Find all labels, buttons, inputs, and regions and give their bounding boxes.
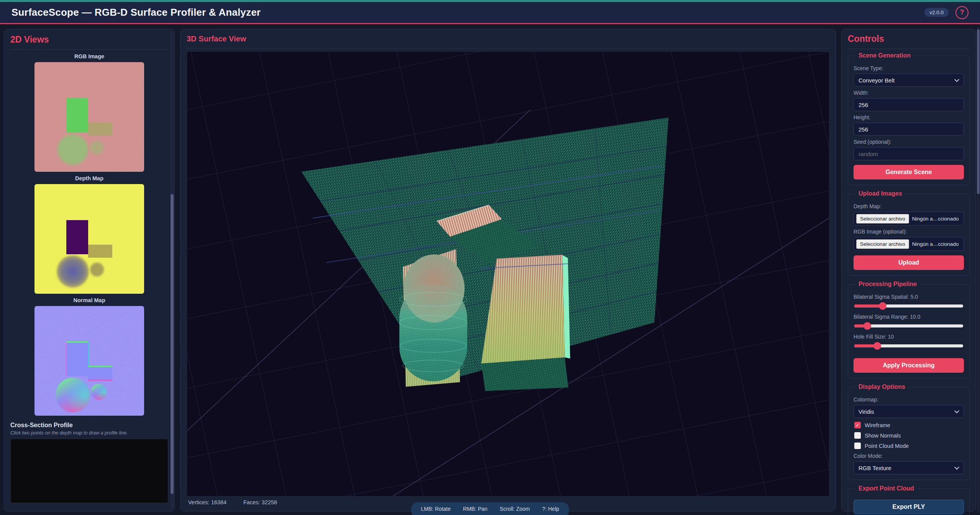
export-legend: Export Point Cloud xyxy=(856,485,917,492)
app-title: SurfaceScope — RGB-D Surface Profiler & … xyxy=(11,7,261,18)
apply-processing-button[interactable]: Apply Processing xyxy=(854,358,964,373)
depth-file-input[interactable]: Seleccionar archivo Ningún a…ccionado xyxy=(854,212,964,225)
normal-map-label: Normal Map xyxy=(10,297,168,303)
3d-view-title: 3D Surface View xyxy=(187,35,829,48)
sigma-spatial-slider-thumb[interactable] xyxy=(879,302,886,310)
app-header: SurfaceScope — RGB-D Surface Profiler & … xyxy=(0,2,980,24)
depth-file-status: Ningún a…ccionado xyxy=(912,216,959,222)
left-panel-scrollbar[interactable] xyxy=(171,32,174,508)
normal-map-view[interactable] xyxy=(34,306,144,416)
panel-controls: Controls Scene Generation Scene Type: Co… xyxy=(841,29,976,512)
wireframe-label: Wireframe xyxy=(865,422,890,428)
rgb-file-input[interactable]: Seleccionar archivo Ningún a…ccionado xyxy=(854,237,964,251)
sigma-range-label: Bilateral Sigma Range: 10.0 xyxy=(854,314,964,320)
cross-section-hint: Click two points on the depth map to dra… xyxy=(10,430,168,436)
display-options-section: Display Options Colormap: Viridis Wirefr… xyxy=(848,383,970,480)
rgb-image-view[interactable] xyxy=(34,62,144,172)
rgb-file-button[interactable]: Seleccionar archivo xyxy=(856,239,909,249)
3d-canvas[interactable] xyxy=(187,51,829,497)
sigma-range-slider-thumb[interactable] xyxy=(863,322,871,330)
color-mode-select[interactable]: RGB Texture xyxy=(854,461,964,474)
wireframe-checkbox[interactable] xyxy=(854,422,861,428)
point-cloud-checkbox[interactable] xyxy=(854,443,861,449)
height-field[interactable] xyxy=(854,123,964,136)
display-options-legend: Display Options xyxy=(856,383,908,390)
upload-button[interactable]: Upload xyxy=(854,255,964,270)
2d-views-title: 2D Views xyxy=(10,35,168,50)
rgb-file-status: Ningún a…ccionado xyxy=(912,241,959,247)
export-section: Export Point Cloud Export PLY xyxy=(848,485,970,515)
left-panel-scrollbar-thumb[interactable] xyxy=(171,194,174,494)
wireframe-checkbox-row[interactable]: Wireframe xyxy=(854,422,963,428)
height-label: Height: xyxy=(854,114,964,120)
hole-fill-slider[interactable] xyxy=(854,344,963,347)
panel-3d-view: 3D Surface View xyxy=(180,29,836,512)
faces-count: Faces: 32258 xyxy=(243,499,277,505)
page-scrollbar-thumb[interactable] xyxy=(977,29,980,194)
depth-file-button[interactable]: Seleccionar archivo xyxy=(856,214,909,224)
sigma-spatial-slider[interactable] xyxy=(854,304,963,308)
vertices-count: Vertices: 16384 xyxy=(188,499,227,505)
depth-map-label: Depth Map xyxy=(10,175,168,181)
hint-zoom: Scroll: Zoom xyxy=(500,506,530,512)
point-cloud-label: Point Cloud Mode xyxy=(865,443,909,449)
upload-images-section: Upload Images Depth Map: Seleccionar arc… xyxy=(848,190,970,276)
upload-images-legend: Upload Images xyxy=(856,190,905,197)
page-scrollbar[interactable] xyxy=(977,27,980,513)
color-mode-label: Color Mode: xyxy=(854,453,964,459)
hint-rotate: LMB: Rotate xyxy=(421,506,451,512)
help-icon[interactable]: ? xyxy=(955,6,969,19)
seed-field[interactable] xyxy=(854,147,964,160)
hole-fill-label: Hole Fill Size: 10 xyxy=(854,334,964,340)
hint-help: ?: Help xyxy=(542,506,559,512)
show-normals-checkbox[interactable] xyxy=(854,432,861,439)
show-normals-checkbox-row[interactable]: Show Normals xyxy=(854,432,963,439)
controls-title: Controls xyxy=(848,34,970,49)
scene-generation-legend: Scene Generation xyxy=(856,52,913,59)
upload-depth-label: Depth Map: xyxy=(854,203,964,209)
cross-section-title: Cross-Section Profile xyxy=(10,422,168,429)
hole-fill-slider-thumb[interactable] xyxy=(873,342,881,350)
width-label: Width: xyxy=(854,90,964,96)
hint-pan: RMB: Pan xyxy=(463,506,488,512)
colormap-select[interactable]: Viridis xyxy=(854,405,964,418)
viewport-hints: LMB: Rotate RMB: Pan Scroll: Zoom ?: Hel… xyxy=(411,502,569,515)
sigma-range-slider[interactable] xyxy=(854,324,963,327)
rgb-image-label: RGB Image xyxy=(10,53,168,59)
scene-generation-section: Scene Generation Scene Type: Conveyor Be… xyxy=(848,52,970,185)
processing-pipeline-section: Processing Pipeline Bilateral Sigma Spat… xyxy=(848,281,970,378)
colormap-label: Colormap: xyxy=(854,397,964,403)
scene-type-select[interactable]: Conveyor Belt xyxy=(854,74,964,87)
processing-pipeline-legend: Processing Pipeline xyxy=(856,281,919,288)
seed-label: Seed (optional): xyxy=(854,139,964,145)
width-field[interactable] xyxy=(854,98,964,111)
version-badge: v2.0.0 xyxy=(924,8,949,17)
show-normals-label: Show Normals xyxy=(865,433,901,439)
panel-2d-views: 2D Views RGB Image Depth Map xyxy=(4,29,175,512)
sigma-spatial-label: Bilateral Sigma Spatial: 5.0 xyxy=(854,294,964,300)
depth-map-view[interactable] xyxy=(34,184,144,294)
point-cloud-checkbox-row[interactable]: Point Cloud Mode xyxy=(854,443,963,449)
export-ply-button[interactable]: Export PLY xyxy=(854,500,964,514)
generate-scene-button[interactable]: Generate Scene xyxy=(854,165,964,179)
scene-type-label: Scene Type: xyxy=(854,65,964,71)
upload-rgb-label: RGB Image (optional): xyxy=(854,229,964,235)
cross-section-canvas[interactable] xyxy=(10,439,168,503)
